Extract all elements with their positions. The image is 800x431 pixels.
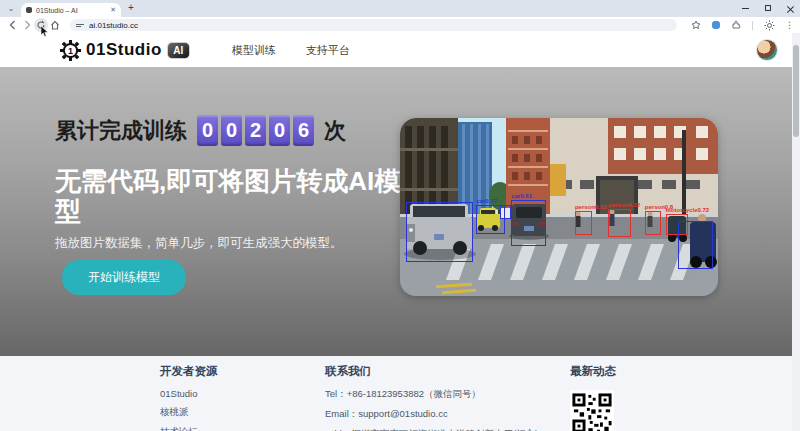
settings-gear-icon[interactable] xyxy=(762,18,776,32)
gear-logo-icon: 1 xyxy=(60,40,81,61)
training-counter: 累计完成训练 0 0 2 0 6 次 xyxy=(55,115,346,146)
url-text: ai.01studio.cc xyxy=(89,21,138,30)
svg-text:1: 1 xyxy=(68,46,73,56)
home-icon[interactable] xyxy=(48,18,62,32)
detection-label: person0.33 xyxy=(575,204,607,210)
counter-prefix: 累计完成训练 xyxy=(55,116,187,146)
detection-overlay: car0.77car0.61person0.33person0.32person… xyxy=(400,118,718,296)
hero-subtext: 拖放图片数据集，简单几步，即可生成强大的模型。 xyxy=(55,235,343,252)
brand-name: 01Studio xyxy=(86,40,162,60)
detection-label: car0.77 xyxy=(476,198,497,204)
reload-icon[interactable] xyxy=(34,18,48,32)
site-logo[interactable]: 1 01Studio AI xyxy=(60,40,190,61)
qr-code xyxy=(570,390,614,431)
extension-badge-icon[interactable] xyxy=(712,21,720,29)
tab-title: 01Studio – AI xyxy=(36,7,107,14)
detection-label: motorcycle0.72 xyxy=(666,207,710,213)
footer-link-forum[interactable]: 技术论坛 xyxy=(160,426,218,431)
hero-heading: 无需代码,即可将图片转成AI模型 xyxy=(55,167,407,227)
counter-digit: 6 xyxy=(293,115,314,146)
detection-label: car0.61 xyxy=(511,193,532,199)
tab-favicon xyxy=(26,7,32,13)
scrollbar-thumb[interactable] xyxy=(793,45,799,137)
counter-digits: 0 0 2 0 6 xyxy=(197,115,314,146)
detection-box xyxy=(678,221,713,269)
page-footer: 开发者资源 01Studio 核桃派 技术论坛 联系我们 Tel：+86-181… xyxy=(0,356,800,431)
ai-badge: AI xyxy=(167,42,190,59)
new-tab-button[interactable]: + xyxy=(128,2,134,13)
footer-contact-tel: Tel：+86-18123953882（微信同号） xyxy=(325,388,538,401)
address-bar[interactable]: ai.01studio.cc xyxy=(70,19,677,31)
detection-label: person0.32 xyxy=(608,202,640,208)
counter-digit: 2 xyxy=(245,115,266,146)
site-navbar: 1 01Studio AI 模型训练 支持平台 xyxy=(0,33,800,67)
footer-link-walnutpi[interactable]: 核桃派 xyxy=(160,406,218,419)
tab-close-icon[interactable]: ✕ xyxy=(110,6,116,14)
nav-item-support-platform[interactable]: 支持平台 xyxy=(306,43,350,58)
detection-demo-image: car0.77car0.61person0.33person0.32person… xyxy=(400,118,718,296)
browser-toolbar: ai.01studio.cc ⋮ xyxy=(0,17,800,33)
detection-box: person0.33 xyxy=(575,211,592,236)
footer-link-01studio[interactable]: 01Studio xyxy=(160,388,218,399)
detection-box: person0.8 xyxy=(645,211,661,236)
site-info-icon[interactable] xyxy=(76,24,84,27)
nav-item-model-training[interactable]: 模型训练 xyxy=(232,43,276,58)
counter-digit: 0 xyxy=(221,115,242,146)
counter-digit: 0 xyxy=(269,115,290,146)
hero-section: 累计完成训练 0 0 2 0 6 次 无需代码,即可将图片转成AI模型 拖放图片… xyxy=(0,67,800,356)
footer-heading-dev-resources: 开发者资源 xyxy=(160,364,218,379)
counter-digit: 0 xyxy=(197,115,218,146)
browser-tabstrip: ⌄ 01Studio – AI ✕ + xyxy=(0,0,800,17)
window-minimize-button[interactable] xyxy=(742,8,749,9)
browser-tab[interactable]: 01Studio – AI ✕ xyxy=(21,3,121,17)
detection-box xyxy=(500,205,511,219)
start-training-button[interactable]: 开始训练模型 xyxy=(62,260,186,295)
footer-heading-news: 最新动态 xyxy=(570,364,616,379)
window-maximize-button[interactable] xyxy=(765,5,771,11)
tab-search-icon[interactable]: ⌄ xyxy=(4,3,18,15)
detection-box: car0.61 xyxy=(511,200,546,246)
mouse-cursor xyxy=(41,26,50,37)
window-close-button[interactable] xyxy=(787,5,794,12)
footer-contact-email: Email：support@01studio.cc xyxy=(325,408,538,421)
forward-icon[interactable] xyxy=(20,18,34,32)
extensions-icon[interactable] xyxy=(729,18,743,32)
detection-box: person0.32 xyxy=(608,209,630,237)
user-avatar[interactable] xyxy=(756,39,778,61)
detection-box xyxy=(406,202,473,263)
footer-heading-contact: 联系我们 xyxy=(325,364,538,379)
page-scrollbar[interactable] xyxy=(792,33,800,431)
back-icon[interactable] xyxy=(6,18,20,32)
counter-suffix: 次 xyxy=(324,116,346,146)
browser-menu-icon[interactable]: ⋮ xyxy=(785,20,794,30)
bookmark-star-icon[interactable] xyxy=(689,18,703,32)
